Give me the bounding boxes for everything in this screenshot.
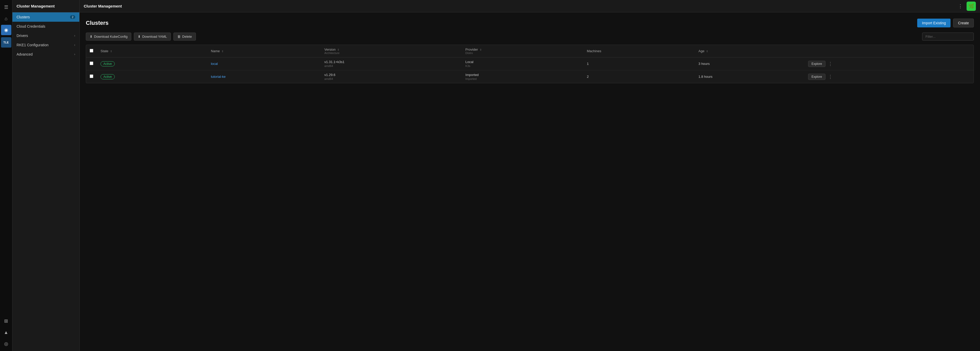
col-state[interactable]: State ⇕ — [97, 45, 207, 57]
sidebar-item-label: RKE1 Configuration — [16, 43, 49, 47]
col-machines: Machines — [583, 45, 695, 57]
cell-name-0: local — [207, 57, 321, 70]
sort-age-icon: ⇕ — [706, 50, 708, 53]
download-yaml-label: Download YAML — [142, 35, 167, 38]
chevron-right-icon: › — [74, 34, 75, 38]
clusters-badge: 2 — [70, 15, 75, 19]
cell-row-actions-1: Explore ⋮ — [805, 70, 974, 83]
sidebar-item-label: Cloud Credentials — [16, 24, 45, 29]
more-options-icon[interactable]: ⋮ — [956, 2, 964, 10]
dashboard-icon[interactable]: ⊞ — [1, 316, 11, 326]
cell-row-actions-0: Explore ⋮ — [805, 57, 974, 70]
status-badge-0: Active — [100, 61, 115, 67]
menu-icon[interactable]: ☰ — [1, 2, 11, 13]
filter-input[interactable] — [922, 33, 974, 41]
sidebar-item-advanced[interactable]: Advanced › — [13, 49, 80, 59]
row-checkbox-cell — [86, 70, 97, 83]
sidebar-item-label: Advanced — [16, 52, 33, 56]
row-more-button-0[interactable]: ⋮ — [827, 60, 834, 67]
cell-version-1: v1.29.6 amd64 — [321, 70, 462, 83]
topbar-title: Cluster Management — [84, 4, 122, 8]
cell-architecture-0: amd64 — [325, 64, 458, 67]
table-row: Active tutorial-ke v1.29.6 amd64 Importe… — [86, 70, 974, 83]
clusters-table: State ⇕ Name ⇕ Version ⇕ Architecture Pr… — [86, 45, 974, 83]
row-actions-group-0: Explore ⋮ — [808, 60, 970, 67]
chevron-right-icon: › — [74, 52, 75, 56]
sidebar-item-rke1-configuration[interactable]: RKE1 Configuration › — [13, 40, 80, 49]
col-version[interactable]: Version ⇕ Architecture — [321, 45, 462, 57]
download-kubeconfig-button[interactable]: ⬇ Download KubeConfig — [86, 33, 131, 41]
cluster-link-0[interactable]: local — [211, 62, 218, 66]
cell-version-0: v1.31.1+k3s1 amd64 — [321, 57, 462, 70]
topbar-right: ⋮ 🌿 — [956, 2, 976, 11]
row-checkbox-0[interactable] — [90, 62, 93, 65]
sidebar-item-cloud-credentials[interactable]: Cloud Credentials — [13, 22, 80, 31]
cell-machines-0: 1 — [583, 57, 695, 70]
cell-age-1: 1.8 hours — [695, 70, 805, 83]
cell-machines-1: 2 — [583, 70, 695, 83]
col-name[interactable]: Name ⇕ — [207, 45, 321, 57]
cell-age-0: 3 hours — [695, 57, 805, 70]
app-logo: 🌿 — [967, 2, 976, 11]
icon-rail-bottom: ⊞ ▲ ◎ — [1, 316, 11, 351]
col-age[interactable]: Age ⇕ — [695, 45, 805, 57]
col-distro-sub: Distro — [465, 51, 580, 54]
cell-architecture-1: amd64 — [325, 77, 458, 80]
delete-label: Delete — [182, 35, 192, 38]
sidebar-item-drivers[interactable]: Drivers › — [13, 31, 80, 40]
row-checkbox-1[interactable] — [90, 75, 93, 78]
cell-name-1: tutorial-ke — [207, 70, 321, 83]
sidebar: Cluster Management Clusters 2 Cloud Cred… — [13, 0, 80, 351]
row-more-button-1[interactable]: ⋮ — [827, 73, 834, 80]
sidebar-item-label: Clusters — [16, 15, 30, 19]
main-content: Cluster Management ⋮ 🌿 Clusters Import E… — [80, 0, 980, 351]
select-all-checkbox[interactable] — [90, 49, 93, 52]
cluster-nav-icon[interactable]: ◉ — [1, 25, 11, 35]
row-checkbox-cell — [86, 57, 97, 70]
chevron-right-icon: › — [74, 43, 75, 47]
sort-name-icon: ⇕ — [221, 50, 224, 53]
explore-button-0[interactable]: Explore — [808, 61, 826, 67]
import-existing-button[interactable]: Import Existing — [917, 19, 951, 27]
sidebar-item-label: Drivers — [16, 33, 28, 38]
delete-button[interactable]: 🗑 Delete — [173, 33, 196, 41]
download-yaml-button[interactable]: ⬇ Download YAML — [134, 33, 171, 41]
cell-distro-1: Imported — [465, 77, 580, 80]
download-kubeconfig-label: Download KubeConfig — [94, 35, 127, 38]
table-row: Active local v1.31.1+k3s1 amd64 Local K3… — [86, 57, 974, 70]
col-provider[interactable]: Provider ⇕ Distro — [462, 45, 583, 57]
action-bar: ⬇ Download KubeConfig ⬇ Download YAML 🗑 … — [86, 33, 974, 41]
icon-rail: ☰ ⌂ ◉ TLE ⊞ ▲ ◎ — [0, 0, 13, 351]
topbar: Cluster Management ⋮ 🌿 — [80, 0, 980, 13]
cell-state-0: Active — [97, 57, 207, 70]
sidebar-title: Cluster Management — [13, 0, 80, 13]
cluster-link-1[interactable]: tutorial-ke — [211, 75, 226, 79]
sort-state-icon: ⇕ — [110, 50, 112, 53]
page-title: Clusters — [86, 20, 108, 26]
cell-provider-0: Local K3s — [462, 57, 583, 70]
cell-state-1: Active — [97, 70, 207, 83]
create-button[interactable]: Create — [953, 19, 974, 27]
page-header: Clusters Import Existing Create — [86, 19, 974, 27]
app-icon-symbol: 🌿 — [968, 3, 974, 9]
cell-provider-1: Imported Imported — [462, 70, 583, 83]
col-actions-header — [805, 45, 974, 57]
download-yaml-icon: ⬇ — [138, 35, 141, 38]
download-kubeconfig-icon: ⬇ — [90, 35, 92, 38]
globe-icon[interactable]: ◎ — [1, 338, 11, 349]
table-header-row: State ⇕ Name ⇕ Version ⇕ Architecture Pr… — [86, 45, 974, 57]
alert-icon[interactable]: ▲ — [1, 327, 11, 338]
select-all-checkbox-cell — [86, 45, 97, 57]
row-actions-group-1: Explore ⋮ — [808, 73, 970, 80]
status-badge-1: Active — [100, 74, 115, 79]
delete-icon: 🗑 — [177, 35, 181, 38]
explore-button-1[interactable]: Explore — [808, 74, 826, 80]
sort-version-icon: ⇕ — [337, 48, 339, 51]
home-icon[interactable]: ⌂ — [1, 13, 11, 24]
tle-icon[interactable]: TLE — [1, 37, 11, 48]
sidebar-item-clusters[interactable]: Clusters 2 — [13, 13, 80, 22]
content-area: Clusters Import Existing Create ⬇ Downlo… — [80, 13, 980, 351]
header-actions: Import Existing Create — [917, 19, 974, 27]
col-architecture-sub: Architecture — [325, 51, 458, 54]
sort-provider-icon: ⇕ — [480, 48, 482, 51]
